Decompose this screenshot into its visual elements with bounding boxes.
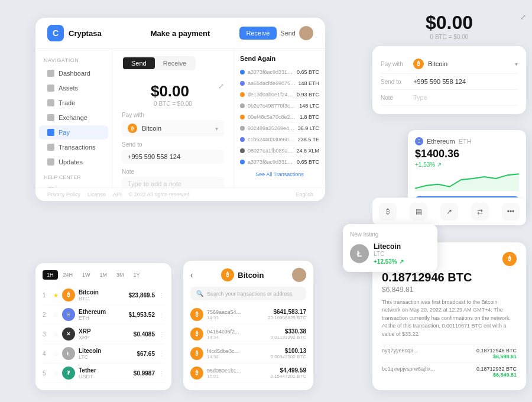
asset-row[interactable]: 2 ☆ Ξ Ethereum ETH $1,953.52 ⋮ <box>43 305 164 325</box>
time-tab-1w[interactable]: 1W <box>78 270 95 280</box>
card-icon-tab[interactable]: ▤ <box>410 203 427 221</box>
more-icon-tab[interactable]: ••• <box>502 203 520 221</box>
header-actions: Receive Send <box>239 26 313 40</box>
star-icon[interactable]: ☆ <box>53 370 59 377</box>
btx-item-time: 14:33 <box>207 315 264 320</box>
tx-item[interactable]: 00ef48c5a70c8e2a4df... 1.8 BTC <box>240 112 319 123</box>
btx-item[interactable]: ₿ 7569aaca54... 14:33 $641,583.17 22.169… <box>190 305 306 325</box>
sidebar-item-trade[interactable]: Trade <box>39 96 108 110</box>
currency-icon-tab[interactable]: ₿ <box>379 203 397 221</box>
receive-tab[interactable]: Receive <box>155 57 195 69</box>
btx-item[interactable]: ₿ f4cd5dbe3c... 14:54 $100.13 0.00343500… <box>190 344 306 364</box>
asset-more[interactable]: ⋮ <box>158 351 164 357</box>
payment-panel: Send Receive ⤢ $0.00 0 BTC = $0.00 Pay w… <box>112 49 233 201</box>
btx-item-icon: ₿ <box>190 347 203 360</box>
star-icon[interactable]: ★ <box>53 292 59 299</box>
sidebar-item-assets[interactable]: Assets <box>39 81 108 95</box>
asset-more[interactable]: ⋮ <box>158 370 164 377</box>
asset-symbol: LTC <box>79 354 133 360</box>
sidebar-item-pay[interactable]: Pay <box>39 125 108 140</box>
asset-more[interactable]: ⋮ <box>158 331 164 338</box>
sidebar-item-exchange[interactable]: Exchange <box>39 111 108 125</box>
asset-icon: Ł <box>62 347 75 360</box>
asset-row[interactable]: 5 ☆ ₮ Tether USDT $0.9987 ⋮ <box>43 364 164 383</box>
btx-item-btc: 0.01133392 BTC <box>271 335 307 340</box>
btx-list: ₿ 7569aaca54... 14:33 $641,583.17 22.169… <box>190 305 306 383</box>
time-tab-1m[interactable]: 1M <box>96 270 112 280</box>
btx-title: ₿ Bitcoin <box>221 268 264 281</box>
pf-dropdown[interactable]: ▾ <box>515 61 518 67</box>
tx-item[interactable]: aa55dacfde6907539621... 148 ETH <box>240 78 319 89</box>
btx-item-amounts: $100.13 0.00343500 BTC <box>271 348 307 359</box>
btx-item-time: 15:01 <box>207 374 267 379</box>
expand-icon[interactable]: ⤢ <box>218 82 224 90</box>
footer-language[interactable]: English <box>296 192 313 197</box>
asset-row[interactable]: 1 ★ ₿ Bitcoin BTC $23,869.5 ⋮ <box>43 286 164 305</box>
dashboard-icon <box>47 70 54 77</box>
tx-item[interactable]: c1b52440330e60b006... 238.5 TE <box>240 134 319 145</box>
btc-tx-detail-row[interactable]: nyq7yye6cq3... 0.18712946 BTC $6,598.61 <box>382 344 517 362</box>
chart-coin-name: Ethereum <box>427 138 455 145</box>
time-tab-3m[interactable]: 3M <box>112 270 128 280</box>
btx-item[interactable]: ₿ 04164c06f2... 14:34 $330.38 0.01133392… <box>190 325 306 344</box>
btc-tx-rows: nyq7yye6cq3... 0.18712946 BTC $6,598.61 … <box>382 344 517 381</box>
tx-amount: 0.93 BTC <box>297 92 319 98</box>
asset-more[interactable]: ⋮ <box>158 312 164 318</box>
tx-item[interactable]: de13d0ab0e1f24e75e1... 0.93 BTC <box>240 89 319 100</box>
asset-price: $0.4085 <box>134 331 155 338</box>
btx-item[interactable]: ₿ 95d080e1b1... 15:01 $4,499.59 0.154472… <box>190 364 306 383</box>
footer-api[interactable]: API <box>113 192 122 197</box>
asset-row[interactable]: 3 ☆ ✕ XRP XRP $0.4085 ⋮ <box>43 325 164 344</box>
tx-item[interactable]: a3373f8ac9d3313ab0f... 0.65 BTC <box>240 67 319 78</box>
btx-item-btc: 0.15447201 BTC <box>271 374 307 379</box>
btx-item-usd: $4,499.59 <box>271 367 307 374</box>
btc-tx-detail-row[interactable]: bc1qxwpjvsprw6ajhx... 0.18712932 BTC $6,… <box>382 362 517 381</box>
back-arrow[interactable]: ‹ <box>190 270 193 280</box>
pf-paywith-row: Pay with ₿ Bitcoin ▾ <box>381 54 518 74</box>
time-tab-24h[interactable]: 24H <box>59 270 77 280</box>
star-icon[interactable]: ☆ <box>53 351 59 357</box>
btx-item-amounts: $4,499.59 0.15447201 BTC <box>271 367 307 379</box>
sidebar-item-updates[interactable]: Updates <box>39 155 108 169</box>
star-icon[interactable]: ☆ <box>53 331 59 338</box>
expand-button[interactable]: ⤢ <box>520 13 526 21</box>
tx-list: a3373f8ac9d3313ab0f... 0.65 BTC aa55dacf… <box>240 67 319 168</box>
tx-amount: 148 ETH <box>298 80 319 86</box>
trade-icon <box>47 99 54 106</box>
star-icon[interactable]: ☆ <box>53 312 59 318</box>
pf-note-row[interactable]: Note Type <box>381 90 518 106</box>
user-avatar[interactable] <box>299 26 313 40</box>
footer-privacy[interactable]: Privacy Policy <box>47 192 80 197</box>
tx-dot <box>240 148 245 153</box>
time-tab-1h[interactable]: 1H <box>43 270 58 280</box>
send-button[interactable]: Send <box>280 30 296 37</box>
pay-with-row[interactable]: ₿ Bitcoin ▾ <box>122 120 224 137</box>
send-tab[interactable]: Send <box>123 57 155 69</box>
pf-note-placeholder: Type <box>413 94 518 101</box>
asset-icon: Ξ <box>62 308 75 321</box>
receive-button[interactable]: Receive <box>239 27 277 40</box>
asset-row[interactable]: 4 ☆ Ł Litecoin LTC $67.65 ⋮ <box>43 344 164 364</box>
btc-tx-label: nyq7yye6cq3... <box>382 348 418 359</box>
tx-item[interactable]: 0b2e7c498770f3c56d6... 148 LTC <box>240 100 319 112</box>
tx-item[interactable]: a3373f8ac9d3313ab0f... 0.65 BTC <box>240 157 319 168</box>
search-bar[interactable]: 🔍 Search your transactions or address <box>190 287 306 300</box>
time-tab-1y[interactable]: 1Y <box>129 270 144 280</box>
pf-sendto-label: Send to <box>381 79 413 85</box>
sidebar-item-transactions[interactable]: Transactions <box>39 140 108 154</box>
tx-item[interactable]: 932489a25269e4a4e970 36.9 LTC <box>240 123 319 134</box>
tx-item[interactable]: 08027ea1fb089af1a4f4... 24.6 XLM <box>240 145 319 157</box>
chart-icon-tab[interactable]: ↗ <box>440 203 458 221</box>
search-placeholder: Search your transactions or address <box>207 291 293 297</box>
sidebar-item-dashboard[interactable]: Dashboard <box>39 66 108 80</box>
see-all-link[interactable]: See All Transactions <box>240 171 319 177</box>
footer-license[interactable]: License <box>87 192 106 197</box>
btx-avatar[interactable] <box>292 268 306 282</box>
transfer-icon-tab[interactable]: ⇄ <box>471 203 489 221</box>
asset-more[interactable]: ⋮ <box>158 292 164 299</box>
time-tabs: 1H 24H 1W 1M 3M 1Y <box>43 270 164 280</box>
asset-info: Tether USDT <box>79 367 130 380</box>
btx-bitcoin-icon: ₿ <box>221 268 234 281</box>
btx-item-time: 14:54 <box>207 354 267 359</box>
balance-amount: $0.00 <box>372 12 526 34</box>
